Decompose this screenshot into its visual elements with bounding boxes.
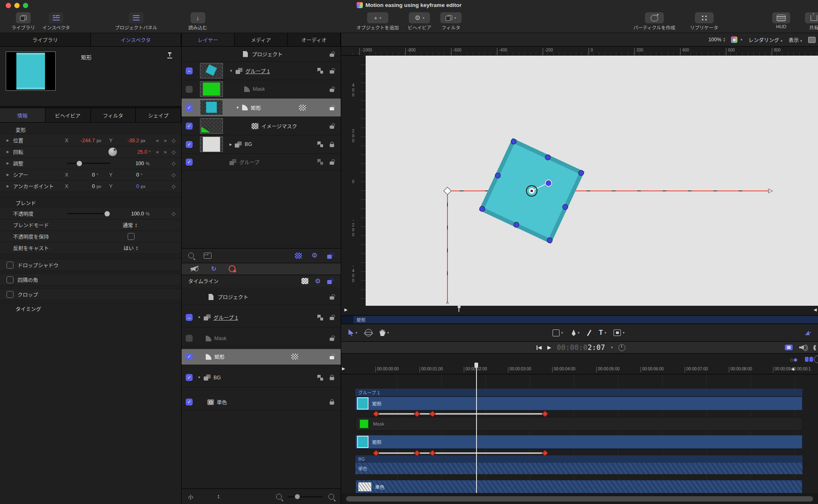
view-popup[interactable]: 表示 ▾ [789, 36, 802, 44]
lock-icon[interactable] [330, 144, 334, 147]
crop-checkbox[interactable] [7, 291, 13, 298]
canvas-mini-timeline[interactable]: ▶ ◀ [341, 306, 818, 316]
keyframe-icon[interactable] [542, 410, 548, 417]
handle-mid-left[interactable] [494, 172, 502, 179]
opacity-value[interactable]: 100.0 [121, 211, 144, 217]
paint-stroke-tool[interactable] [589, 329, 590, 336]
timeline-out-marker[interactable]: ◀ [791, 367, 794, 371]
unlock-icon[interactable] [330, 338, 334, 341]
unlock-icon[interactable] [330, 107, 334, 110]
bg-checkbox[interactable]: ✓ [186, 374, 193, 381]
share-button[interactable]: 共有 [805, 12, 818, 31]
play-button[interactable]: ▶ [547, 345, 551, 350]
keyframe-diamond-icon[interactable]: ◇ [172, 161, 175, 166]
anchor-y-value[interactable]: 0 [116, 184, 139, 189]
zoom-out-icon[interactable] [276, 494, 282, 500]
text-tool[interactable]: T▾ [599, 329, 606, 336]
disclosure-open-icon[interactable]: ▼ [198, 376, 201, 379]
rect-checkbox[interactable]: ✓ [186, 353, 193, 360]
timeline-ruler[interactable]: ▶ 00:00:00:00 00:00:01:00 00:00:02:00 00… [341, 365, 818, 374]
keyframe-line-2[interactable] [375, 452, 545, 454]
keyframe-diamond-icon[interactable]: ◇ [172, 184, 175, 189]
make-particles-button[interactable]: パーティクルを作成 [634, 12, 675, 31]
go-to-start-button[interactable]: ◀ [537, 345, 542, 350]
track-bg-strip[interactable]: BG [355, 455, 802, 463]
zoom-in-icon[interactable] [328, 494, 334, 500]
track-group1-strip[interactable]: グループ 1 [355, 389, 802, 396]
anchor-point-target[interactable] [526, 185, 537, 197]
disclosure-open-icon[interactable]: ▼ [198, 316, 201, 319]
project-panel-button[interactable]: プロジェクトパネル [115, 12, 157, 31]
mini-playhead[interactable] [458, 307, 459, 312]
opacity-slider[interactable] [67, 213, 110, 214]
disclosure-icon[interactable]: ▶ [7, 173, 13, 177]
unlock-icon[interactable] [330, 89, 334, 92]
handle-bottom-center[interactable] [512, 221, 520, 229]
track-solid1-bar[interactable]: 単色 [355, 463, 802, 474]
unlock-icon[interactable] [330, 317, 334, 320]
keyframe-diamond-icon[interactable]: ◇ [172, 138, 175, 143]
unlock-icon[interactable] [330, 125, 334, 129]
keyframe-icon[interactable] [373, 410, 380, 417]
tl-row-group1[interactable]: – ▼ グループ 1 [182, 308, 341, 327]
show-keyframes-icon[interactable]: ◇◆ [790, 356, 798, 363]
handle-bottom-right[interactable] [546, 237, 554, 244]
next-keyframe-icon[interactable]: » [164, 149, 167, 155]
tab-library[interactable]: ライブラリ [0, 33, 91, 46]
audio-icon[interactable] [799, 345, 807, 351]
track-size-label[interactable]: 小 [188, 493, 193, 501]
position-y-value[interactable]: -39.2 [116, 138, 139, 143]
replicator-button[interactable]: リプリケータ [690, 12, 718, 31]
timeline-tracks[interactable]: グループ 1 矩形 Mask 矩形 BG 単色 単色 [341, 374, 818, 493]
selection-bar[interactable]: 矩形 [353, 316, 818, 323]
view-layouts-icon[interactable] [808, 37, 816, 43]
shear-y-value[interactable]: 0 [116, 172, 139, 178]
stacked-chevrons-icon[interactable]: ⟨⟨⟨ [813, 344, 815, 351]
timeline-in-marker[interactable]: ▶ [342, 366, 345, 371]
unlock-icon[interactable] [330, 356, 334, 359]
behaviors-button[interactable]: ⚙▾ ビヘイビア [408, 12, 431, 31]
layer-row-image-mask[interactable]: ✓ イメージマスク [182, 117, 341, 135]
lock-icon[interactable] [330, 401, 334, 405]
show-filters-icon[interactable] [327, 278, 334, 284]
canvas[interactable]: ▷ ∧ [366, 56, 818, 306]
shear-x-value[interactable]: 0 [72, 172, 95, 178]
next-keyframe-icon[interactable]: » [164, 137, 167, 143]
solid-checkbox[interactable]: ✓ [186, 399, 193, 405]
prev-keyframe-icon[interactable]: « [156, 137, 159, 143]
prev-keyframe-icon[interactable]: « [156, 149, 159, 155]
unlock-icon[interactable] [330, 54, 334, 57]
unlock-icon[interactable] [330, 70, 334, 74]
timecode-mode-icon[interactable] [618, 344, 625, 351]
chevron-down-icon[interactable]: ▾ [611, 345, 613, 349]
tab-audio[interactable]: オーディオ [288, 33, 341, 46]
layer-row-group1[interactable]: – ▼ グループ 1 [182, 62, 341, 80]
inspector-toolbar-button[interactable]: インスペクタ [43, 12, 70, 31]
pin-icon[interactable] [167, 52, 172, 59]
track-solid2-bar[interactable]: 単色 [355, 480, 802, 493]
path-start-keyframe[interactable] [443, 187, 452, 195]
disclosure-icon[interactable]: ▶ [7, 161, 13, 165]
blend-flag-icon[interactable] [317, 315, 323, 320]
scale-slider[interactable] [67, 163, 110, 164]
search-icon[interactable] [188, 253, 194, 258]
tab-filters[interactable]: フィルタ [91, 108, 136, 122]
keyframe-line-1[interactable] [375, 413, 545, 415]
disclosure-icon[interactable]: ▶ [7, 184, 13, 188]
cast-reflection-popup[interactable]: はい [124, 244, 134, 252]
tl-row-bg[interactable]: ✓ ▼ BG [182, 368, 341, 388]
position-x-value[interactable]: -244.7 [72, 138, 95, 143]
track-rect2-bar[interactable]: 矩形 [355, 435, 802, 449]
preserve-opacity-checkbox[interactable] [128, 233, 135, 240]
disclosure-icon[interactable]: ▶ [7, 139, 13, 142]
anchor-x-value[interactable]: 0 [72, 184, 95, 189]
layer-row-rect[interactable]: ✓ ▼ 矩形 [182, 99, 341, 117]
tab-behaviors[interactable]: ビヘイビア [45, 108, 91, 122]
library-toolbar-button[interactable]: ライブラリ [11, 12, 35, 31]
tab-shape[interactable]: シェイプ [136, 108, 181, 122]
shape-tool[interactable]: ▾ [553, 329, 563, 336]
tl-row-solid[interactable]: ✓ 2 単色 [182, 394, 341, 411]
render-popup[interactable]: レンダリング ▾ [748, 36, 782, 44]
blend-flag-icon[interactable] [317, 68, 323, 74]
keyframe-icon[interactable] [414, 410, 420, 417]
